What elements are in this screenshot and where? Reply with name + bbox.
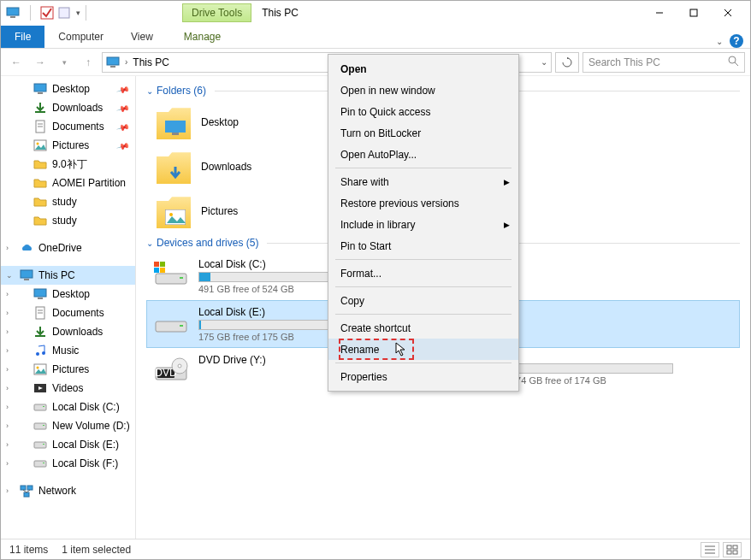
- expand-caret-icon[interactable]: ›: [6, 403, 9, 411]
- address-location[interactable]: This PC: [133, 56, 169, 68]
- svg-point-63: [178, 364, 181, 368]
- submenu-arrow-icon: ▶: [504, 221, 510, 229]
- tree-item-downloads[interactable]: Downloads📌: [1, 98, 135, 117]
- nav-up-button[interactable]: ↑: [78, 52, 98, 73]
- close-button[interactable]: [711, 3, 745, 22]
- view-details-button[interactable]: [701, 542, 719, 557]
- tree-item-pictures[interactable]: Pictures📌: [1, 136, 135, 155]
- chevron-right-icon[interactable]: ›: [125, 57, 127, 67]
- tree-item-pictures[interactable]: ›Pictures: [1, 360, 135, 379]
- desktop-icon: [33, 287, 47, 301]
- menu-item-copy[interactable]: Copy: [328, 290, 518, 311]
- menu-item-label: Format...: [340, 268, 381, 280]
- menu-item-open-in-new-window[interactable]: Open in new window: [328, 80, 518, 101]
- chevron-down-icon[interactable]: ⌄: [146, 239, 153, 248]
- tree-item-desktop[interactable]: Desktop📌: [1, 80, 135, 98]
- tree-item-desktop[interactable]: ›Desktop: [1, 285, 135, 304]
- minimize-button[interactable]: [642, 3, 677, 22]
- new-folder-icon[interactable]: [57, 6, 71, 20]
- drive-item-partial[interactable]: 174 GB free of 174 GB: [511, 363, 682, 386]
- menu-item-turn-on-bitlocker[interactable]: Turn on BitLocker: [328, 122, 518, 144]
- tree-item-network[interactable]: ›Network: [1, 481, 135, 500]
- tree-item-label: OneDrive: [38, 242, 82, 254]
- expand-caret-icon[interactable]: ›: [6, 365, 9, 374]
- group-header-label: Devices and drives (5): [157, 237, 258, 249]
- expand-caret-icon[interactable]: ›: [6, 244, 9, 252]
- menu-item-share-with[interactable]: Share with▶: [328, 171, 518, 192]
- properties-checkbox-icon[interactable]: [40, 6, 54, 20]
- svg-rect-47: [172, 133, 179, 135]
- svg-rect-68: [733, 545, 737, 549]
- menu-item-create-shortcut[interactable]: Create shortcut: [328, 317, 518, 339]
- menu-item-pin-to-quick-access[interactable]: Pin to Quick access: [328, 101, 518, 122]
- tab-computer[interactable]: Computer: [44, 26, 117, 48]
- tree-item-documents[interactable]: ›Documents: [1, 304, 135, 322]
- tree-item-this-pc[interactable]: ⌄This PC: [1, 266, 135, 285]
- expand-caret-icon[interactable]: ›: [6, 384, 9, 392]
- pin-icon: 📌: [116, 82, 130, 96]
- tree-item-study[interactable]: study: [1, 211, 135, 230]
- nav-forward-button[interactable]: →: [30, 52, 50, 73]
- svg-rect-21: [24, 279, 29, 280]
- maximize-button[interactable]: [677, 3, 711, 22]
- search-icon[interactable]: [728, 56, 739, 69]
- expand-caret-icon[interactable]: ›: [6, 486, 9, 495]
- menu-item-format-[interactable]: Format...: [328, 262, 518, 284]
- menu-item-open[interactable]: Open: [328, 58, 518, 80]
- titlebar: ▾ Drive Tools This PC: [1, 1, 750, 25]
- music-icon: [33, 344, 47, 357]
- svg-rect-22: [34, 289, 46, 297]
- expand-caret-icon[interactable]: ›: [6, 440, 9, 449]
- menu-item-rename[interactable]: Rename: [328, 339, 518, 360]
- address-dropdown-icon[interactable]: ⌄: [541, 57, 547, 67]
- help-icon[interactable]: ?: [730, 34, 743, 48]
- nav-back-button[interactable]: ←: [6, 52, 27, 73]
- tab-manage[interactable]: Manage: [172, 26, 233, 48]
- menu-item-include-in-library[interactable]: Include in library▶: [328, 214, 518, 235]
- tree-item-study[interactable]: study: [1, 192, 135, 211]
- svg-rect-54: [160, 268, 165, 273]
- expand-caret-icon[interactable]: ›: [6, 421, 9, 430]
- tree-item-documents[interactable]: Documents📌: [1, 117, 135, 136]
- expand-caret-icon[interactable]: ›: [6, 346, 9, 355]
- tab-view[interactable]: View: [117, 26, 167, 48]
- tree-item-local-disk-f-[interactable]: ›Local Disk (F:): [1, 454, 135, 473]
- search-input[interactable]: Search This PC: [582, 52, 745, 73]
- menu-item-label: Open in new window: [340, 85, 435, 97]
- chevron-down-icon[interactable]: ⌄: [146, 86, 153, 96]
- tree-item-new-volume-d-[interactable]: ›New Volume (D:): [1, 416, 135, 435]
- expand-caret-icon[interactable]: ›: [6, 309, 9, 317]
- contextual-tab-drive-tools[interactable]: Drive Tools: [182, 3, 251, 22]
- tree-item-local-disk-e-[interactable]: ›Local Disk (E:): [1, 435, 135, 454]
- menu-item-open-autoplay-[interactable]: Open AutoPlay...: [328, 144, 518, 165]
- qat-dropdown-icon[interactable]: ▾: [76, 9, 80, 17]
- tree-item-music[interactable]: ›Music: [1, 341, 135, 360]
- expand-caret-icon[interactable]: ›: [6, 327, 9, 336]
- nav-history-dropdown[interactable]: ▾: [54, 52, 74, 73]
- pin-icon: 📌: [116, 101, 130, 115]
- ribbon-collapse-icon[interactable]: ⌄: [716, 37, 723, 46]
- tab-file[interactable]: File: [1, 26, 44, 48]
- view-large-icons-button[interactable]: [723, 542, 742, 557]
- menu-item-properties[interactable]: Properties: [328, 366, 518, 387]
- svg-rect-27: [35, 335, 45, 337]
- tree-item-local-disk-c-[interactable]: ›Local Disk (C:): [1, 398, 135, 416]
- menu-separator: [335, 286, 512, 287]
- folder-icon: [157, 105, 191, 139]
- menu-item-pin-to-start[interactable]: Pin to Start: [328, 235, 518, 256]
- tree-item-9-0-[interactable]: 9.0补丁: [1, 155, 135, 174]
- tree-item-downloads[interactable]: ›Downloads: [1, 322, 135, 341]
- tree-item-label: Pictures: [52, 363, 89, 375]
- tree-item-videos[interactable]: ›Videos: [1, 379, 135, 398]
- refresh-button[interactable]: [555, 52, 579, 73]
- tree-item-label: Pictures: [52, 139, 89, 151]
- tree-item-label: Local Disk (F:): [52, 457, 118, 469]
- tree-item-onedrive[interactable]: ›OneDrive: [1, 239, 135, 257]
- expand-caret-icon[interactable]: ›: [6, 459, 9, 468]
- menu-item-restore-previous-versions[interactable]: Restore previous versions: [328, 192, 518, 214]
- expand-caret-icon[interactable]: ›: [6, 290, 9, 298]
- expand-caret-icon[interactable]: ⌄: [6, 271, 13, 280]
- tree-item-label: AOMEI Partition: [52, 177, 126, 189]
- tree-item-label: Downloads: [52, 102, 103, 114]
- tree-item-aomei-partition[interactable]: AOMEI Partition: [1, 174, 135, 192]
